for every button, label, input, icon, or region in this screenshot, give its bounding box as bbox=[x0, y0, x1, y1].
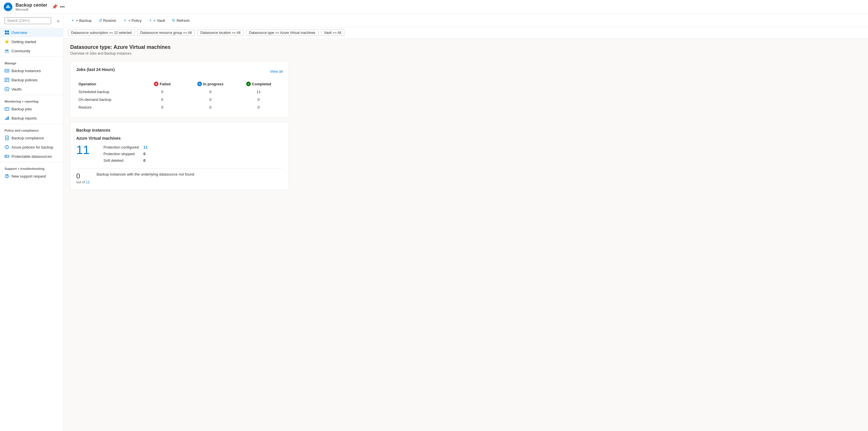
manage-divider bbox=[0, 57, 63, 57]
svg-rect-17 bbox=[5, 107, 9, 110]
backup-instances-card-title: Backup instances bbox=[76, 128, 283, 132]
backup-button[interactable]: ＋ + Backup bbox=[68, 16, 95, 25]
stat-value-soft-deleted: 0 bbox=[141, 157, 153, 164]
sidebar-item-backup-jobs[interactable]: Backup jobs bbox=[0, 104, 63, 113]
row-scheduled-backup-failed: 0 bbox=[138, 88, 186, 96]
header-title-group: Backup center Microsoft bbox=[16, 3, 47, 11]
jobs-table: Operation ✕ Failed ↻ In progress bbox=[76, 80, 283, 111]
completed-icon: ✓ bbox=[246, 81, 251, 86]
page-title: Datasource type: Azure Virtual machines bbox=[70, 44, 861, 50]
toolbar: ＋ + Backup ↺ Restore ＋ + Policy ＋ + Vaul… bbox=[63, 14, 868, 27]
svg-rect-3 bbox=[5, 33, 7, 34]
col-header-failed: ✕ Failed bbox=[138, 80, 186, 88]
support-section-label: Support + troubleshooting bbox=[0, 164, 63, 171]
vault-button[interactable]: ＋ + Vault bbox=[146, 16, 168, 25]
sidebar-item-backup-instances[interactable]: Backup instances bbox=[0, 66, 63, 75]
sidebar-item-label-overview: Overview bbox=[11, 30, 27, 35]
sidebar-item-overview[interactable]: Overview bbox=[0, 28, 63, 37]
sidebar-item-label-azure-policies: Azure policies for backup bbox=[11, 145, 53, 150]
sidebar-item-backup-policies[interactable]: Backup policies bbox=[0, 75, 63, 85]
collapse-icon[interactable]: « bbox=[55, 16, 62, 26]
svg-point-9 bbox=[6, 70, 7, 71]
sidebar-item-label-backup-compliance: Backup compliance bbox=[11, 136, 44, 140]
backup-reports-icon bbox=[5, 116, 9, 121]
col-header-in-progress-label: In progress bbox=[203, 82, 223, 86]
sidebar-item-backup-compliance[interactable]: Backup compliance bbox=[0, 133, 63, 142]
more-icon[interactable]: ••• bbox=[60, 4, 65, 9]
sidebar-item-getting-started[interactable]: Getting started bbox=[0, 37, 63, 46]
table-row: Restore 0 0 0 bbox=[76, 103, 283, 111]
restore-icon: ↺ bbox=[99, 18, 102, 23]
new-support-icon bbox=[5, 174, 9, 178]
policy-button-label: + Policy bbox=[128, 19, 142, 23]
svg-rect-11 bbox=[7, 71, 8, 71]
col-header-failed-label: Failed bbox=[160, 82, 170, 86]
app-title: Backup center bbox=[16, 3, 47, 8]
policy-button[interactable]: ＋ + Policy bbox=[120, 16, 144, 25]
pin-icon[interactable]: 📌 bbox=[52, 4, 58, 9]
filter-vault[interactable]: Vault == All bbox=[321, 30, 345, 36]
sidebar-item-vaults[interactable]: Vaults bbox=[0, 85, 63, 94]
svg-point-16 bbox=[6, 89, 7, 90]
row-scheduled-backup-completed[interactable]: 11 bbox=[235, 88, 283, 96]
sidebar-item-community[interactable]: Community bbox=[0, 46, 63, 56]
row-on-demand-completed: 0 bbox=[235, 96, 283, 103]
svg-point-29 bbox=[7, 177, 7, 177]
view-all-link[interactable]: View all bbox=[270, 69, 283, 73]
row-on-demand-failed: 0 bbox=[138, 96, 186, 103]
jobs-card-title: Jobs (last 24 Hours) bbox=[76, 67, 115, 72]
stat-value-protection-stopped: 0 bbox=[141, 151, 153, 157]
stat-label-soft-deleted: Soft deleted bbox=[101, 157, 141, 164]
backup-instances-big-number: 11 bbox=[76, 144, 90, 156]
svg-rect-2 bbox=[7, 30, 9, 32]
sidebar-item-backup-reports[interactable]: Backup reports bbox=[0, 113, 63, 123]
restore-button[interactable]: ↺ Restore bbox=[96, 16, 119, 25]
monitoring-section-label: Monitoring + reporting bbox=[0, 96, 63, 104]
sidebar-search-container bbox=[1, 15, 55, 27]
backup-footer-zero: 0 bbox=[76, 172, 90, 180]
refresh-button-label: Refresh bbox=[177, 19, 190, 23]
row-scheduled-backup-in-progress: 0 bbox=[186, 88, 235, 96]
filter-datasource-type[interactable]: Datasource type == Azure Virtual machine… bbox=[246, 30, 319, 36]
row-scheduled-backup-op: Scheduled backup bbox=[76, 88, 138, 96]
community-icon bbox=[5, 48, 9, 53]
protectable-datasources-icon bbox=[5, 154, 9, 159]
azure-policies-icon bbox=[5, 145, 9, 150]
stat-value-protection-configured[interactable]: 11 bbox=[141, 144, 153, 151]
sidebar-search-row: « bbox=[0, 14, 63, 28]
page-subtitle: Overview of Jobs and Backup instances bbox=[70, 52, 861, 56]
sidebar-item-label-community: Community bbox=[11, 49, 30, 53]
svg-marker-5 bbox=[5, 40, 9, 44]
backup-instances-icon bbox=[5, 68, 9, 73]
out-of-link[interactable]: 11 bbox=[86, 180, 89, 184]
sidebar-item-protectable-datasources[interactable]: Protectable datasources bbox=[0, 152, 63, 161]
app-logo-icon bbox=[3, 2, 13, 11]
svg-rect-1 bbox=[5, 30, 7, 32]
backup-instances-card: Backup instances Azure Virtual machines … bbox=[70, 122, 289, 190]
sidebar-item-label-getting-started: Getting started bbox=[11, 40, 36, 44]
svg-rect-10 bbox=[7, 70, 8, 71]
stat-label-protection-stopped: Protection stopped bbox=[101, 151, 141, 157]
filter-resource-group[interactable]: Datasource resource group == All bbox=[137, 30, 195, 36]
vaults-icon bbox=[5, 87, 9, 91]
search-input[interactable] bbox=[5, 17, 51, 24]
table-row: On-demand backup 0 0 0 bbox=[76, 96, 283, 103]
sidebar: « Overview Getting started Community Man… bbox=[0, 14, 63, 431]
sidebar-item-azure-policies[interactable]: Azure policies for backup bbox=[0, 142, 63, 152]
jobs-card-header: Jobs (last 24 Hours) View all bbox=[76, 67, 283, 75]
getting-started-icon bbox=[5, 39, 9, 44]
filter-location[interactable]: Datasource location == All bbox=[197, 30, 244, 36]
sidebar-item-new-support[interactable]: New support request bbox=[0, 171, 63, 181]
svg-point-7 bbox=[7, 50, 9, 51]
refresh-button[interactable]: ↻ Refresh bbox=[169, 16, 193, 25]
refresh-icon: ↻ bbox=[172, 18, 176, 23]
sidebar-item-label-backup-jobs: Backup jobs bbox=[11, 107, 32, 111]
out-of-text: out of 11 bbox=[76, 180, 90, 184]
svg-rect-22 bbox=[8, 117, 9, 120]
row-restore-in-progress: 0 bbox=[186, 103, 235, 111]
sidebar-item-label-backup-policies: Backup policies bbox=[11, 78, 37, 82]
backup-instances-footer: 0 out of 11 Backup instances with the un… bbox=[76, 168, 283, 184]
sidebar-item-label-protectable-datasources: Protectable datasources bbox=[11, 154, 52, 159]
row-restore-failed: 0 bbox=[138, 103, 186, 111]
filter-subscription[interactable]: Datasource subscription == 12 selected bbox=[68, 30, 135, 36]
